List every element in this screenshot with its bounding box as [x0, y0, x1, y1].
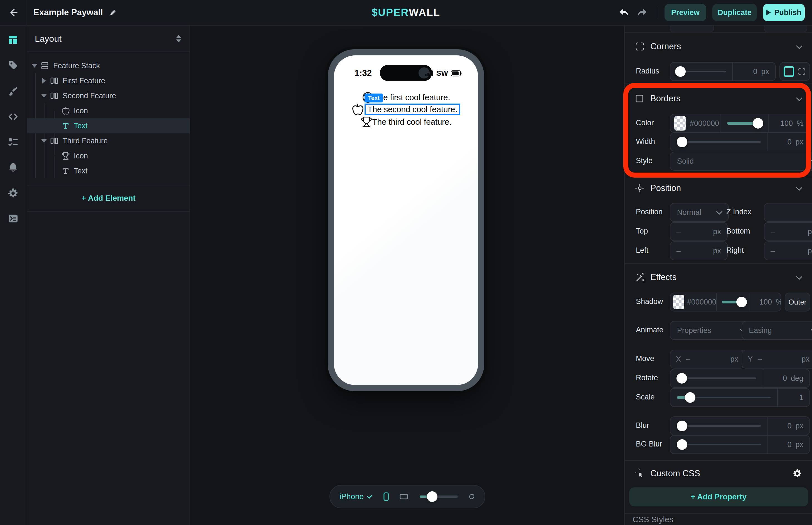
zoom-slider[interactable] — [420, 491, 458, 502]
bg-blur-value[interactable]: 0px — [768, 436, 810, 453]
zoom-slider-thumb[interactable] — [427, 491, 438, 502]
publish-button[interactable]: Publish — [763, 4, 805, 21]
bg-blur-control[interactable]: 0px — [670, 435, 810, 454]
shadow-outer-button[interactable]: Outer — [785, 292, 810, 312]
move-y-input[interactable]: Y–px — [741, 350, 812, 369]
tree-item-third-text[interactable]: Text — [27, 163, 190, 178]
landscape-orientation-icon[interactable] — [400, 492, 408, 501]
sidebar-item-products-tag[interactable] — [0, 57, 26, 74]
selected-text-element[interactable]: Text The second cool feature. — [365, 104, 460, 115]
chevron-down-icon[interactable] — [796, 43, 802, 49]
chevron-down-icon[interactable] — [367, 493, 372, 498]
animate-easing-dropdown[interactable]: Easing — [741, 321, 812, 340]
border-style-dropdown[interactable]: Solid — [670, 152, 812, 171]
top-input[interactable]: –px — [670, 222, 728, 241]
per-corner-radius-icon[interactable] — [798, 68, 806, 76]
back-button[interactable] — [0, 0, 27, 25]
position-mode-dropdown[interactable]: Normal — [670, 203, 729, 222]
rotate-control[interactable]: 0deg — [670, 369, 810, 388]
sidebar-item-notifications-bell[interactable] — [0, 159, 26, 176]
tree-item-second-feature[interactable]: Second Feature — [27, 88, 190, 103]
feature-row-2-selected[interactable]: Text The second cool feature. — [334, 103, 478, 116]
tree-item-first-feature[interactable]: First Feature — [27, 73, 190, 88]
border-color-opacity-value[interactable]: 100% — [769, 115, 810, 132]
caret-down-icon[interactable] — [40, 139, 48, 143]
scale-value[interactable]: 1 — [778, 389, 810, 406]
uniform-radius-icon[interactable] — [784, 66, 794, 77]
opacity-slider-thumb[interactable] — [736, 297, 747, 307]
border-width-value[interactable]: 0px — [768, 133, 810, 151]
blur-slider-thumb[interactable] — [677, 421, 687, 431]
sidebar-item-console[interactable] — [0, 210, 26, 227]
rotate-slider-thumb[interactable] — [676, 373, 687, 384]
rotate-value[interactable]: 0deg — [763, 370, 810, 387]
color-hex-input[interactable]: #000000 — [690, 119, 720, 128]
color-swatch[interactable] — [673, 295, 684, 309]
sidebar-item-settings-gear[interactable] — [0, 185, 26, 201]
scale-control[interactable]: 1 — [670, 388, 810, 407]
device-selector[interactable]: iPhone — [339, 492, 364, 501]
border-color-opacity-slider[interactable] — [720, 115, 768, 132]
chevron-down-icon[interactable] — [796, 95, 802, 101]
scale-slider-thumb[interactable] — [685, 392, 695, 403]
border-width-control[interactable]: 0px — [670, 133, 810, 151]
tree-item-feature-stack[interactable]: Feature Stack — [27, 58, 190, 73]
bg-blur-slider-thumb[interactable] — [677, 439, 687, 450]
radius-slider-thumb[interactable] — [675, 66, 686, 77]
portrait-orientation-icon[interactable] — [383, 490, 389, 503]
redo-icon[interactable] — [636, 6, 648, 19]
section-borders[interactable]: Borders — [625, 90, 812, 107]
section-position[interactable]: Position — [625, 180, 812, 196]
tree-item-second-icon[interactable]: Icon — [27, 103, 190, 118]
radius-control[interactable]: 0px — [670, 62, 776, 81]
duplicate-button[interactable]: Duplicate — [713, 4, 757, 21]
sidebar-item-checklist[interactable] — [0, 134, 26, 150]
move-x-input[interactable]: X–px — [670, 350, 745, 369]
tree-item-third-feature[interactable]: Third Feature — [27, 133, 190, 148]
add-property-button[interactable]: + Add Property — [629, 487, 808, 506]
caret-down-icon[interactable] — [40, 94, 48, 98]
section-custom-css[interactable]: Custom CSS — [625, 465, 812, 482]
caret-right-icon[interactable] — [40, 78, 48, 84]
radius-value[interactable]: 0px — [733, 63, 775, 80]
undo-icon[interactable] — [618, 6, 630, 19]
color-swatch[interactable] — [674, 116, 686, 131]
sidebar-item-theme-brush[interactable] — [0, 83, 26, 100]
radius-slider[interactable] — [670, 63, 732, 80]
shadow-opacity-slider[interactable] — [717, 293, 750, 311]
blur-control[interactable]: 0px — [670, 417, 810, 435]
opacity-slider-thumb[interactable] — [753, 118, 763, 129]
shadow-hex-input[interactable]: #000000 — [687, 298, 716, 306]
bg-blur-slider[interactable] — [670, 436, 767, 453]
section-corners[interactable]: Corners — [625, 38, 812, 55]
feature-row-1[interactable]: The first cool feature. — [334, 91, 478, 104]
shadow-opacity-value[interactable]: 100% — [750, 293, 781, 311]
sort-layers-icon[interactable] — [176, 35, 181, 42]
blur-slider[interactable] — [670, 417, 767, 435]
tree-item-second-text[interactable]: Text — [27, 118, 190, 133]
chevron-down-icon[interactable] — [796, 274, 802, 280]
width-slider-thumb[interactable] — [677, 137, 687, 147]
blur-value[interactable]: 0px — [768, 417, 810, 435]
rotate-slider[interactable] — [670, 370, 763, 387]
zindex-input[interactable] — [764, 203, 812, 222]
feature-row-3[interactable]: The third cool feature. — [334, 116, 478, 128]
border-width-slider[interactable] — [670, 133, 767, 151]
sidebar-item-layout[interactable] — [0, 31, 26, 48]
section-effects[interactable]: Effects — [625, 269, 812, 286]
tree-item-third-icon[interactable]: Icon — [27, 148, 190, 163]
refresh-icon[interactable] — [468, 491, 475, 502]
preview-button[interactable]: Preview — [664, 4, 706, 21]
scale-slider[interactable] — [670, 389, 777, 406]
edit-pencil-icon[interactable] — [108, 8, 118, 17]
chevron-down-icon[interactable] — [796, 184, 802, 191]
left-input[interactable]: –px — [670, 241, 728, 260]
css-settings-gear-icon[interactable] — [793, 469, 802, 478]
animate-properties-dropdown[interactable]: Properties — [670, 321, 753, 340]
caret-down-icon[interactable] — [31, 64, 38, 68]
right-input[interactable]: –px — [764, 241, 812, 260]
phone-screen[interactable]: 1:32 SW The first cool feature. — [334, 55, 478, 385]
add-element-button[interactable]: + Add Element — [27, 185, 190, 212]
sidebar-item-code[interactable] — [0, 108, 26, 125]
bottom-input[interactable]: –px — [764, 222, 812, 241]
